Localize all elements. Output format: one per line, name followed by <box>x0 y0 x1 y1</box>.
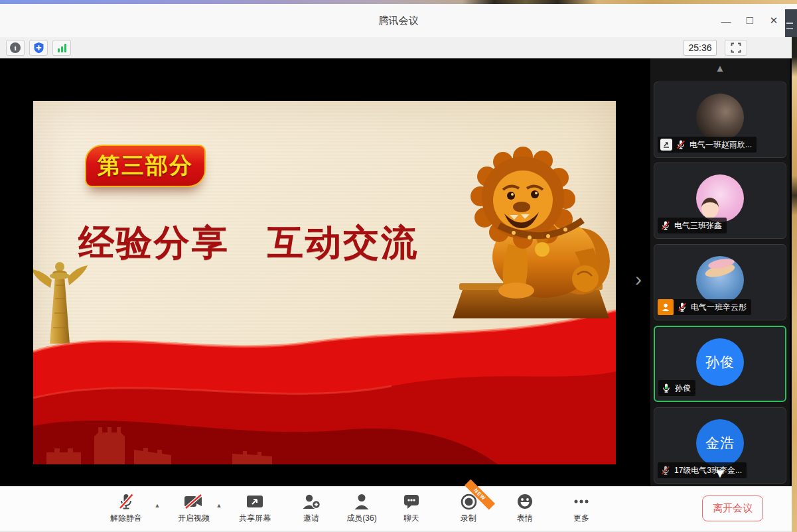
fullscreen-button[interactable] <box>725 40 747 56</box>
smiley-icon <box>516 493 534 510</box>
status-bar: i 25:36 <box>0 37 792 58</box>
title-bar: 腾讯会议 — □ ✕ <box>0 4 797 37</box>
mic-options-caret-icon[interactable]: ▲ <box>153 502 162 509</box>
avatar-initials: 金浩 <box>705 434 735 452</box>
background-window-fragment <box>785 9 797 37</box>
screen-share-badge-icon <box>660 139 672 151</box>
fullscreen-icon <box>731 42 741 53</box>
status-icons: i <box>6 40 71 56</box>
more-label: 更多 <box>558 513 605 524</box>
record-label: 录制 <box>445 513 492 524</box>
participant-name-bar: 电气一班辛云彤 <box>658 299 751 315</box>
participant-name: 电气一班辛云彤 <box>691 302 747 313</box>
record-button[interactable]: 录制 NEW <box>445 492 492 529</box>
participant-tile-speaking[interactable]: 孙俊 孙俊 <box>654 326 786 402</box>
network-signal-icon <box>58 44 66 52</box>
chat-label: 聊天 <box>388 513 435 524</box>
maximize-icon[interactable]: □ <box>740 11 760 31</box>
participant-tile[interactable]: 电气三班张鑫 <box>654 163 786 239</box>
participant-tile[interactable]: 电气一班赵雨欣... <box>654 82 786 158</box>
participant-tile[interactable]: 电气一班辛云彤 <box>654 244 786 320</box>
security-shield-icon <box>33 42 44 54</box>
more-button[interactable]: 更多 <box>558 492 605 529</box>
leave-meeting-button[interactable]: 离开会议 <box>702 496 763 521</box>
slide-section-badge-text: 第三部分 <box>98 151 193 181</box>
participant-name: 电气三班张鑫 <box>674 220 722 232</box>
invite-button[interactable]: 邀请 <box>288 492 334 529</box>
avatar <box>696 174 744 222</box>
next-page-chevron-icon[interactable]: › <box>629 268 648 292</box>
meeting-timer: 25:36 <box>684 40 717 56</box>
security-button[interactable] <box>29 40 48 56</box>
host-badge-icon <box>658 299 674 315</box>
bottom-toolbar: 解除静音 ▲ 开启视频 ▲ 共享屏幕 <box>0 486 792 532</box>
scroll-down-icon[interactable]: ▼ <box>650 467 790 480</box>
avatar-initials: 孙俊 <box>705 353 735 371</box>
chat-button[interactable]: 聊天 <box>388 492 435 529</box>
status-right: 25:36 <box>684 40 747 56</box>
invite-label: 邀请 <box>288 513 334 524</box>
participant-name-bar: 电气一班赵雨欣... <box>658 137 757 153</box>
share-screen-button[interactable]: 共享屏幕 <box>232 492 278 529</box>
share-screen-icon <box>246 494 264 509</box>
window-controls: — □ ✕ <box>716 4 784 37</box>
main-stage: 第三部分 经验分享 互动交流 <box>0 58 792 486</box>
members-button[interactable]: 成员(36) <box>338 492 385 529</box>
start-video-label: 开启视频 <box>171 513 217 524</box>
start-video-button[interactable]: 开启视频 <box>171 492 217 529</box>
participant-name: 孙俊 <box>675 383 691 394</box>
avatar: 金浩 <box>696 419 744 467</box>
participant-name: 电气一班赵雨欣... <box>689 139 752 151</box>
participants-panel: ▲ 电气一班赵雨欣... <box>650 58 790 486</box>
network-status-button[interactable] <box>52 40 71 56</box>
avatar <box>696 94 744 141</box>
mic-active-icon <box>661 383 672 393</box>
camera-off-icon <box>184 494 204 509</box>
avatar: 孙俊 <box>696 338 744 386</box>
meeting-window: 腾讯会议 — □ ✕ i 25:36 <box>0 0 797 532</box>
avatar <box>696 256 744 304</box>
participant-name-bar: 电气三班张鑫 <box>658 218 727 233</box>
mic-muted-icon <box>676 139 686 150</box>
golden-lion-statue-graphic <box>445 121 616 320</box>
close-icon[interactable]: ✕ <box>764 11 784 31</box>
mic-muted-icon <box>660 220 671 231</box>
minimize-icon[interactable]: — <box>716 11 736 31</box>
participant-name-bar: 孙俊 <box>658 380 695 396</box>
mic-muted-icon <box>117 493 135 511</box>
unmute-label: 解除静音 <box>103 513 149 524</box>
video-options-caret-icon[interactable]: ▲ <box>214 502 224 509</box>
scroll-up-icon[interactable]: ▲ <box>650 62 790 74</box>
members-label: 成员(36) <box>338 513 385 524</box>
chat-bubble-icon <box>403 494 420 509</box>
mic-muted-icon <box>677 302 688 312</box>
share-screen-label: 共享屏幕 <box>232 513 278 524</box>
emoji-label: 表情 <box>502 513 548 524</box>
meeting-info-button[interactable]: i <box>6 40 25 56</box>
slide-title: 经验分享 互动交流 <box>78 219 419 267</box>
unmute-button[interactable]: 解除静音 <box>103 492 149 529</box>
emoji-button[interactable]: 表情 <box>502 492 548 529</box>
slide-section-badge: 第三部分 <box>85 145 206 187</box>
members-icon <box>354 493 370 510</box>
window-title: 腾讯会议 <box>0 4 797 37</box>
background-window-edge <box>792 37 797 532</box>
more-dots-icon <box>572 493 591 510</box>
invite-person-icon <box>302 493 321 510</box>
info-icon: i <box>10 42 21 53</box>
shared-screen-slide: 第三部分 经验分享 互动交流 <box>33 101 616 464</box>
